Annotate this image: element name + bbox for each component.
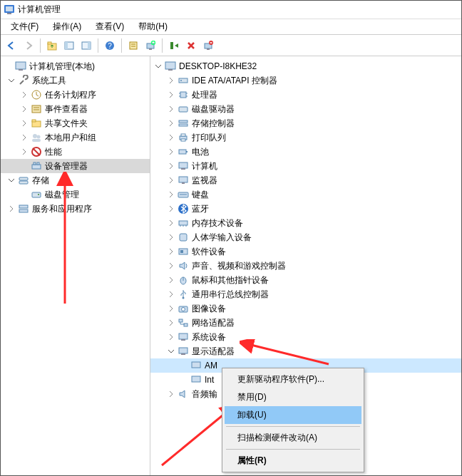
node-label: 通用串行总线控制器 bbox=[192, 289, 269, 301]
expander-open-icon[interactable] bbox=[6, 76, 16, 86]
keyboard-icon bbox=[178, 189, 189, 200]
expander-open-icon[interactable] bbox=[153, 61, 163, 71]
node-system-devices[interactable]: 系统设备 bbox=[150, 330, 461, 344]
node-imaging[interactable]: 图像设备 bbox=[150, 301, 461, 316]
expander-closed-icon[interactable] bbox=[19, 90, 29, 100]
expander-closed-icon[interactable] bbox=[166, 204, 176, 214]
node-computer-cat[interactable]: 计算机 bbox=[150, 159, 461, 173]
svg-rect-2 bbox=[7, 13, 11, 14]
node-task-scheduler[interactable]: 任务计划程序 bbox=[1, 88, 150, 102]
node-disk-drives[interactable]: 磁盘驱动器 bbox=[150, 102, 461, 116]
menu-help[interactable]: 帮助(H) bbox=[131, 19, 175, 34]
expander-open-icon[interactable] bbox=[166, 346, 176, 356]
svg-rect-11 bbox=[130, 42, 137, 49]
node-keyboards[interactable]: 键盘 bbox=[150, 187, 461, 202]
expander-closed-icon[interactable] bbox=[166, 261, 176, 271]
up-button[interactable] bbox=[44, 38, 60, 53]
expander-closed-icon[interactable] bbox=[166, 304, 176, 314]
node-network[interactable]: 网络适配器 bbox=[150, 316, 461, 330]
forward-button[interactable] bbox=[21, 38, 36, 53]
node-mice[interactable]: 鼠标和其他指针设备 bbox=[150, 273, 461, 287]
node-batteries[interactable]: 电池 bbox=[150, 145, 461, 159]
node-display-adapters[interactable]: 显示适配器 bbox=[150, 344, 461, 358]
expander-closed-icon[interactable] bbox=[166, 104, 176, 114]
left-pane[interactable]: 计算机管理(本地) 系统工具 任务计划程序 事件查看器 共享文件夹 本地用户和组 bbox=[1, 56, 150, 475]
node-storage[interactable]: 存储 bbox=[1, 173, 150, 187]
node-system-tools[interactable]: 系统工具 bbox=[1, 73, 150, 88]
expander-closed-icon[interactable] bbox=[166, 90, 176, 100]
window-title: 计算机管理 bbox=[18, 4, 61, 16]
scan-hardware-button[interactable] bbox=[143, 38, 158, 53]
disable-device-button[interactable] bbox=[183, 38, 199, 53]
expander-closed-icon[interactable] bbox=[166, 190, 176, 200]
node-storage-controllers[interactable]: 存储控制器 bbox=[150, 116, 461, 130]
node-performance[interactable]: 性能 bbox=[1, 145, 150, 159]
expander-closed-icon[interactable] bbox=[6, 204, 16, 214]
node-print-queues[interactable]: 打印队列 bbox=[150, 130, 461, 145]
node-desktop-root[interactable]: DESKTOP-I8KHE32 bbox=[150, 59, 461, 73]
node-label: 计算机管理(本地) bbox=[29, 61, 95, 73]
svg-point-41 bbox=[38, 194, 39, 195]
expander-closed-icon[interactable] bbox=[166, 332, 176, 342]
expander-closed-icon[interactable] bbox=[166, 247, 176, 257]
node-disk-management[interactable]: 磁盘管理 bbox=[1, 187, 150, 202]
node-services-apps[interactable]: 服务和应用程序 bbox=[1, 202, 150, 216]
show-hide-tree-button[interactable] bbox=[61, 38, 77, 53]
node-cpu[interactable]: 处理器 bbox=[150, 88, 461, 102]
expander-closed-icon[interactable] bbox=[166, 118, 176, 128]
node-event-viewer[interactable]: 事件查看器 bbox=[1, 102, 150, 116]
node-device-manager[interactable]: 设备管理器 bbox=[1, 159, 150, 173]
expander-open-icon[interactable] bbox=[6, 175, 16, 185]
help-button[interactable]: ? bbox=[102, 38, 118, 53]
expander-closed-icon[interactable] bbox=[166, 133, 176, 143]
node-computer-management[interactable]: 计算机管理(本地) bbox=[1, 59, 150, 73]
expander-closed-icon[interactable] bbox=[19, 147, 29, 157]
expander-closed-icon[interactable] bbox=[166, 389, 176, 399]
audio-icon bbox=[178, 388, 189, 400]
computer-icon bbox=[178, 160, 189, 172]
expander-closed-icon[interactable] bbox=[19, 118, 29, 128]
camera-icon bbox=[178, 303, 189, 314]
menu-file[interactable]: 文件(F) bbox=[4, 19, 46, 34]
node-label: 系统工具 bbox=[32, 75, 66, 87]
battery-icon bbox=[178, 146, 189, 157]
expander-closed-icon[interactable] bbox=[19, 104, 29, 114]
gpu-icon bbox=[190, 374, 202, 386]
show-hide-pane-button[interactable] bbox=[78, 38, 94, 53]
ctx-update-driver[interactable]: 更新驱动程序软件(P)... bbox=[225, 371, 361, 388]
properties-button[interactable] bbox=[125, 38, 141, 53]
expander-closed-icon[interactable] bbox=[166, 275, 176, 285]
ctx-properties[interactable]: 属性(R) bbox=[225, 452, 361, 470]
expander-closed-icon[interactable] bbox=[166, 318, 176, 328]
uninstall-device-button[interactable] bbox=[200, 38, 216, 53]
node-shared-folders[interactable]: 共享文件夹 bbox=[1, 116, 150, 130]
node-monitors[interactable]: 监视器 bbox=[150, 173, 461, 187]
expander-closed-icon[interactable] bbox=[166, 289, 176, 299]
node-label: 存储控制器 bbox=[192, 118, 235, 130]
node-software-devices[interactable]: 软件设备 bbox=[150, 244, 461, 259]
node-ide[interactable]: IDE ATA/ATAPI 控制器 bbox=[150, 73, 461, 88]
back-button[interactable] bbox=[4, 38, 19, 53]
expander-closed-icon[interactable] bbox=[166, 175, 176, 185]
node-label: 共享文件夹 bbox=[45, 118, 88, 130]
ctx-scan-hardware[interactable]: 扫描检测硬件改动(A) bbox=[225, 429, 361, 447]
node-usb[interactable]: 通用串行总线控制器 bbox=[150, 287, 461, 301]
node-local-users[interactable]: 本地用户和组 bbox=[1, 130, 150, 145]
ctx-disable[interactable]: 禁用(D) bbox=[225, 388, 361, 406]
expander-closed-icon[interactable] bbox=[166, 147, 176, 157]
expander-closed-icon[interactable] bbox=[166, 161, 176, 171]
enable-device-button[interactable] bbox=[166, 38, 182, 53]
expander-closed-icon[interactable] bbox=[166, 232, 176, 242]
node-hid[interactable]: 人体学输入设备 bbox=[150, 230, 461, 244]
node-label: 软件设备 bbox=[192, 246, 226, 258]
svg-rect-61 bbox=[179, 162, 188, 168]
node-memory-devices[interactable]: 内存技术设备 bbox=[150, 216, 461, 230]
node-sound-video-game[interactable]: 声音、视频和游戏控制器 bbox=[150, 259, 461, 273]
expander-closed-icon[interactable] bbox=[166, 218, 176, 228]
menu-action[interactable]: 操作(A) bbox=[46, 19, 88, 34]
ctx-uninstall[interactable]: 卸载(U) bbox=[225, 406, 361, 424]
menu-view[interactable]: 查看(V) bbox=[88, 19, 131, 34]
expander-closed-icon[interactable] bbox=[166, 76, 176, 86]
node-bluetooth[interactable]: 蓝牙 bbox=[150, 202, 461, 216]
expander-closed-icon[interactable] bbox=[19, 133, 29, 143]
